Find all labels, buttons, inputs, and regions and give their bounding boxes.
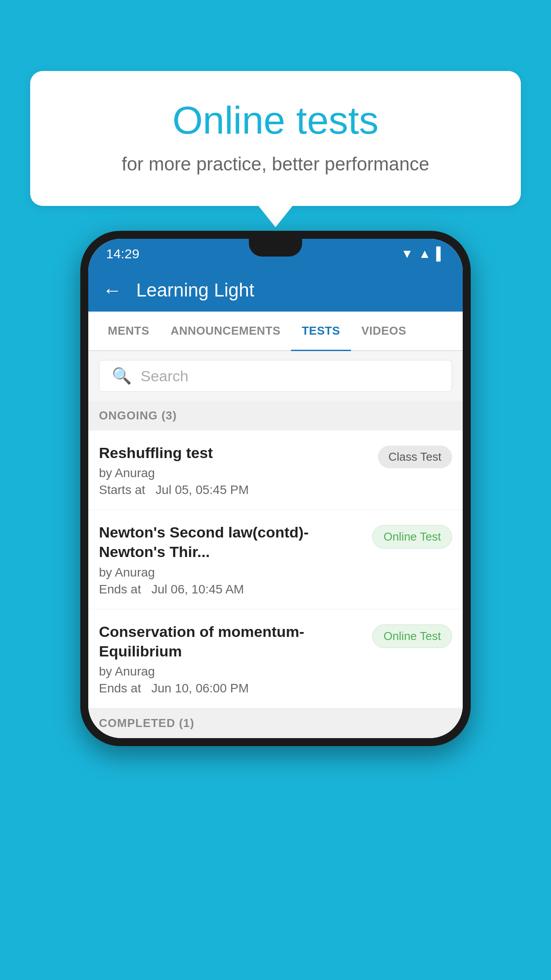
bubble-subtitle: for more practice, better performance bbox=[66, 154, 485, 175]
search-bar[interactable]: 🔍 Search bbox=[99, 360, 452, 392]
test-badge-1: Class Test bbox=[378, 446, 452, 468]
bubble-title: Online tests bbox=[66, 98, 485, 143]
notch bbox=[249, 239, 302, 257]
test-item-3[interactable]: Conservation of momentum-Equilibrium by … bbox=[88, 609, 463, 708]
tab-ments[interactable]: MENTS bbox=[97, 312, 160, 350]
test-time-label-2: Ends at bbox=[99, 582, 141, 596]
test-by-1: by Anurag bbox=[99, 466, 369, 480]
completed-section-header: COMPLETED (1) bbox=[88, 708, 463, 738]
tab-announcements[interactable]: ANNOUNCEMENTS bbox=[160, 312, 291, 350]
status-time: 14:29 bbox=[106, 246, 139, 261]
search-placeholder: Search bbox=[141, 368, 189, 385]
status-icons: ▼ ▲ ▌ bbox=[401, 247, 445, 261]
test-item-1[interactable]: Reshuffling test by Anurag Starts at Jul… bbox=[88, 431, 463, 510]
tab-videos[interactable]: VIDEOS bbox=[351, 312, 417, 350]
search-container: 🔍 Search bbox=[88, 351, 463, 401]
test-name-2: Newton's Second law(contd)-Newton's Thir… bbox=[99, 522, 363, 561]
test-time-value-3: Jun 10, 06:00 PM bbox=[151, 681, 248, 695]
test-time-value-1: Jul 05, 05:45 PM bbox=[156, 483, 249, 497]
app-bar-title: Learning Light bbox=[136, 280, 254, 301]
back-button[interactable]: ← bbox=[102, 279, 122, 301]
test-info-3: Conservation of momentum-Equilibrium by … bbox=[99, 622, 363, 695]
test-by-2: by Anurag bbox=[99, 565, 363, 580]
status-bar: 14:29 ▼ ▲ ▌ bbox=[88, 239, 463, 269]
ongoing-section-header: ONGOING (3) bbox=[88, 401, 463, 431]
test-time-1: Starts at Jul 05, 05:45 PM bbox=[99, 483, 369, 497]
search-icon: 🔍 bbox=[112, 367, 132, 385]
wifi-icon: ▼ bbox=[401, 247, 413, 261]
tab-tests[interactable]: TESTS bbox=[291, 312, 350, 350]
test-info-1: Reshuffling test by Anurag Starts at Jul… bbox=[99, 443, 369, 497]
test-time-label-1: Starts at bbox=[99, 483, 145, 497]
phone-inner: 14:29 ▼ ▲ ▌ ← Learning Light MENTS ANNOU… bbox=[88, 239, 463, 738]
app-bar: ← Learning Light bbox=[88, 269, 463, 312]
tabs-bar: MENTS ANNOUNCEMENTS TESTS VIDEOS bbox=[88, 312, 463, 351]
phone-outer: 14:29 ▼ ▲ ▌ ← Learning Light MENTS ANNOU… bbox=[80, 231, 471, 746]
test-name-3: Conservation of momentum-Equilibrium bbox=[99, 622, 363, 661]
test-info-2: Newton's Second law(contd)-Newton's Thir… bbox=[99, 522, 363, 596]
tests-list: Reshuffling test by Anurag Starts at Jul… bbox=[88, 431, 463, 708]
speech-bubble: Online tests for more practice, better p… bbox=[30, 71, 521, 206]
test-name-1: Reshuffling test bbox=[99, 443, 369, 462]
test-time-2: Ends at Jul 06, 10:45 AM bbox=[99, 582, 363, 597]
test-time-3: Ends at Jun 10, 06:00 PM bbox=[99, 681, 363, 695]
test-item-2[interactable]: Newton's Second law(contd)-Newton's Thir… bbox=[88, 510, 463, 609]
signal-icon: ▲ bbox=[418, 247, 431, 261]
test-by-3: by Anurag bbox=[99, 664, 363, 679]
test-badge-2: Online Test bbox=[372, 525, 452, 549]
phone-mockup: 14:29 ▼ ▲ ▌ ← Learning Light MENTS ANNOU… bbox=[80, 231, 471, 746]
ongoing-label: ONGOING (3) bbox=[99, 409, 177, 422]
test-badge-3: Online Test bbox=[372, 624, 452, 648]
test-time-label-3: Ends at bbox=[99, 681, 141, 695]
completed-label: COMPLETED (1) bbox=[99, 716, 194, 730]
battery-icon: ▌ bbox=[436, 247, 445, 261]
test-time-value-2: Jul 06, 10:45 AM bbox=[151, 582, 244, 596]
